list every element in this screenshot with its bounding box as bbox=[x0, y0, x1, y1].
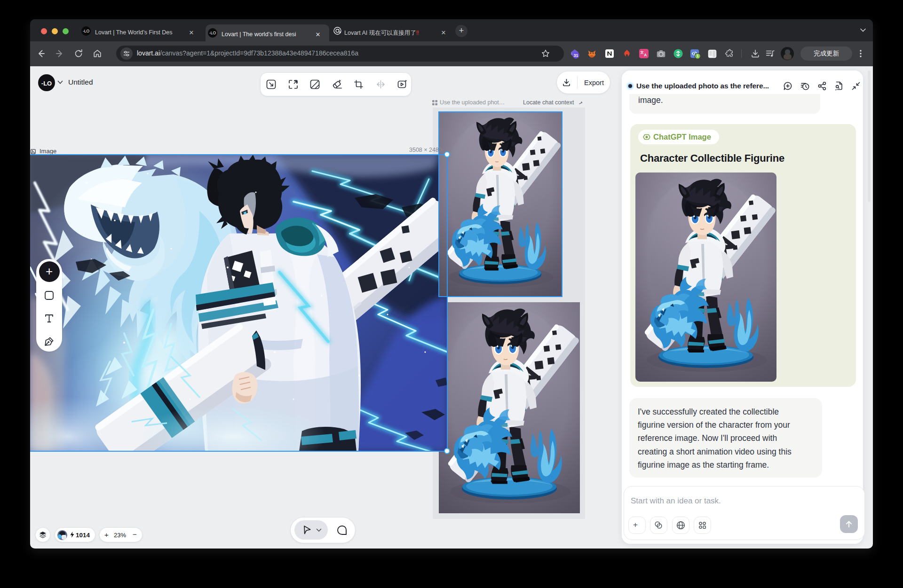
svg-text:A: A bbox=[644, 53, 647, 57]
svg-text:文: 文 bbox=[640, 50, 644, 55]
svg-text:1: 1 bbox=[697, 54, 699, 58]
svg-text:-LO: -LO bbox=[41, 79, 52, 86]
svg-text:31: 31 bbox=[574, 53, 578, 58]
svg-text:-LO: -LO bbox=[209, 31, 216, 35]
svg-text:-LO: -LO bbox=[83, 29, 90, 33]
